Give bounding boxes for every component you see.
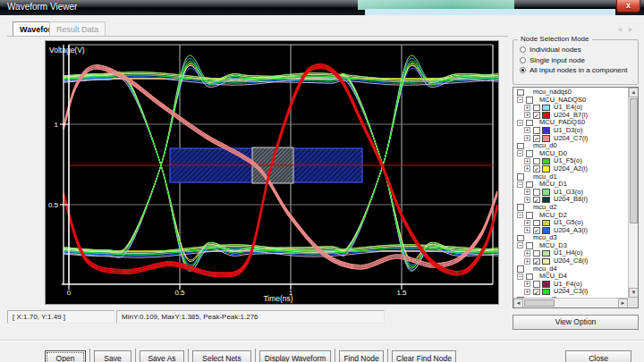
checkbox-icon[interactable]	[517, 173, 524, 181]
expand-plus-icon[interactable]: +	[524, 112, 530, 118]
checkbox-icon[interactable]	[526, 242, 533, 249]
tree-row-label[interactable]: U204_A3(i)	[554, 227, 588, 235]
radio-selected-icon[interactable]	[520, 67, 526, 73]
x-tick-label: 1.5	[396, 289, 407, 297]
radio-option-2[interactable]: All input nodes in a component	[520, 66, 627, 76]
checkbox-icon[interactable]	[517, 143, 524, 150]
expand-plus-icon[interactable]: +	[524, 135, 530, 141]
tree-row-label[interactable]: U204_C8(i)	[554, 257, 588, 265]
collapse-minus-icon[interactable]: −	[517, 181, 523, 188]
vscroll-thumb[interactable]	[630, 98, 638, 223]
node-color-swatch	[542, 158, 550, 165]
tree-row[interactable]: +✓U204_C3(i)	[513, 288, 628, 296]
checkbox-checked-icon[interactable]: ✓	[533, 258, 540, 265]
tab-result-data[interactable]: Result Data	[49, 21, 106, 37]
view-option-button[interactable]: View Option	[513, 315, 639, 330]
expand-plus-icon[interactable]: +	[524, 227, 530, 233]
collapse-minus-icon[interactable]: −	[517, 120, 523, 126]
scroll-down-icon[interactable]: ▼	[629, 288, 639, 298]
radio-icon[interactable]	[520, 57, 526, 63]
save-button[interactable]: Save	[94, 350, 131, 362]
scroll-up-icon[interactable]: ▲	[629, 88, 639, 97]
tree-row[interactable]: +✓U204_A2(i)	[513, 165, 628, 173]
checkbox-icon[interactable]	[526, 97, 533, 104]
waveform-plot[interactable]: Voltage(V)Time(ns)00.511.510.5	[45, 40, 499, 305]
tab-scroll-arrows-icon[interactable]: ◃ ▹	[618, 25, 635, 33]
find-node-button[interactable]: Find Node	[339, 350, 384, 362]
tree-row[interactable]: mcu_d0	[513, 142, 628, 150]
checkbox-icon[interactable]	[526, 120, 533, 127]
tree-horizontal-scrollbar[interactable]: ◄►	[513, 298, 629, 307]
expand-plus-icon[interactable]: +	[524, 258, 530, 265]
node-color-swatch	[542, 281, 550, 288]
waveform-viewer-window: Waveform Viewer x Waveform Result Data ◃…	[0, 0, 644, 362]
expand-plus-icon[interactable]: +	[524, 189, 530, 195]
node-color-swatch	[542, 127, 550, 134]
radio-icon[interactable]	[520, 46, 526, 53]
expand-plus-icon[interactable]: +	[524, 197, 530, 203]
title-bar[interactable]: Waveform Viewer x	[0, 0, 644, 15]
checkbox-icon[interactable]	[533, 105, 540, 112]
checkbox-icon[interactable]	[517, 89, 524, 97]
tree-row-label[interactable]: U204_C3(i)	[554, 288, 588, 296]
checkbox-icon[interactable]	[517, 265, 524, 273]
node-tree[interactable]: mcu_nadqs0−MCU_NADQS0+U1_E4(o)+✓U204_B7(…	[513, 87, 639, 308]
tree-row[interactable]: +✓U204_C8(i)	[513, 257, 628, 265]
scroll-left-icon[interactable]: ◄	[513, 299, 523, 308]
expand-plus-icon[interactable]: +	[524, 281, 530, 287]
checkbox-icon[interactable]	[533, 250, 540, 257]
tree-row-label[interactable]: U204_B8(i)	[554, 196, 588, 204]
expand-plus-icon[interactable]: +	[524, 127, 530, 133]
node-color-swatch	[542, 165, 550, 173]
eye-diagram-svg: Voltage(V)Time(ns)00.511.510.5	[46, 41, 498, 304]
expand-plus-icon[interactable]: +	[524, 158, 530, 164]
checkbox-icon[interactable]	[526, 150, 533, 157]
select-nets-button[interactable]: Select Nets	[192, 350, 251, 362]
radio-option-1[interactable]: Single input node	[520, 56, 585, 66]
checkbox-icon[interactable]	[526, 181, 533, 189]
tree-row[interactable]: mcu_d2	[513, 204, 628, 212]
checkbox-checked-icon[interactable]: ✓	[533, 165, 540, 173]
y-tick-label: 0.5	[48, 201, 59, 209]
collapse-minus-icon[interactable]: −	[517, 212, 523, 218]
checkbox-icon[interactable]	[517, 204, 524, 211]
expand-plus-icon[interactable]: +	[524, 220, 530, 226]
checkbox-icon[interactable]	[533, 127, 540, 134]
bottom-separator	[0, 340, 644, 341]
tree-row-label[interactable]: U204_A2(i)	[554, 165, 588, 173]
expand-plus-icon[interactable]: +	[524, 289, 530, 295]
tree-vertical-scrollbar[interactable]: ▲▼	[628, 88, 638, 298]
node-color-swatch	[542, 105, 550, 112]
clear-find-node-button[interactable]: Clear Find Node	[392, 350, 456, 362]
expand-plus-icon[interactable]: +	[524, 250, 530, 257]
close-window-icon[interactable]: x	[616, 0, 640, 13]
checkbox-icon[interactable]	[526, 274, 533, 281]
tree-row[interactable]: +✓U204_C7(i)	[513, 135, 628, 143]
tree-row-label[interactable]: U204_C7(i)	[554, 135, 588, 143]
collapse-minus-icon[interactable]: −	[517, 274, 523, 280]
tree-row[interactable]: +✓U204_A3(i)	[513, 227, 628, 235]
expand-plus-icon[interactable]: +	[524, 165, 530, 172]
radio-option-0[interactable]: Individual nodes	[520, 46, 581, 55]
checkbox-icon[interactable]	[517, 235, 524, 242]
tree-row[interactable]: +✓U204_B8(i)	[513, 196, 628, 204]
tree-row[interactable]: mcu_d1	[513, 173, 628, 181]
collapse-minus-icon[interactable]: −	[517, 150, 523, 156]
expand-plus-icon[interactable]: +	[524, 105, 530, 111]
button-separator	[387, 349, 388, 362]
checkbox-icon[interactable]	[526, 212, 533, 219]
checkbox-icon[interactable]	[533, 158, 540, 165]
close-button[interactable]: Close	[565, 350, 631, 362]
tree-row[interactable]: mcu_d3	[513, 234, 628, 242]
hscroll-thumb[interactable]	[524, 299, 555, 307]
collapse-minus-icon[interactable]: −	[517, 242, 523, 248]
open-button[interactable]: Open	[45, 350, 86, 362]
collapse-minus-icon[interactable]: −	[517, 97, 523, 103]
scroll-right-icon[interactable]: ►	[618, 299, 628, 308]
checkbox-icon[interactable]	[533, 189, 540, 196]
display-waveform-button[interactable]: Display Waveform	[259, 350, 331, 362]
tree-row[interactable]: mcu_d4	[513, 265, 628, 274]
save-as-button[interactable]: Save As	[140, 350, 184, 362]
checkbox-icon[interactable]	[533, 281, 540, 288]
checkbox-icon[interactable]	[533, 220, 540, 227]
